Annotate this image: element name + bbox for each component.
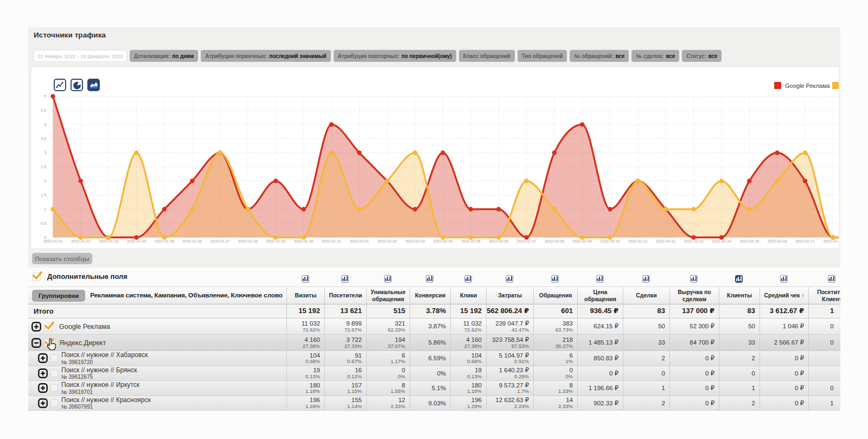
table-row-0[interactable]: Google Реклама11 03272.62%9 89972.67%321…	[28, 319, 840, 335]
column-chart-icon-0[interactable]	[302, 275, 309, 283]
legend-item-0[interactable]: Google Реклама	[774, 82, 830, 89]
date-range-input[interactable]: 21 января, 2022 - 19 февраля, 2022	[34, 50, 127, 62]
svg-text:2022-02-12: 2022-02-12	[656, 239, 675, 243]
table-row-3[interactable]: Поиск // нужное // Брянск№ 39612675190.1…	[28, 366, 840, 381]
expand-button[interactable]	[38, 353, 48, 363]
groupings-value: Рекламная система, Кампания, Объявление,…	[90, 291, 283, 299]
column-chart-icon-1[interactable]	[341, 275, 349, 283]
additional-fields-toggle[interactable]: Дополнительные поля	[33, 272, 127, 281]
show-columns-button[interactable]: Показать столбцы	[32, 253, 92, 264]
expand-button[interactable]	[38, 383, 48, 393]
cell-r0-c9: 52 300 ₽	[669, 319, 719, 334]
column-header-9[interactable]: Выручка посделкам	[669, 287, 719, 304]
filter-pill-4[interactable]: Тип обращений	[518, 50, 567, 62]
table-row-4[interactable]: Поиск // нужное // Иркутск№ 396197011801…	[28, 381, 840, 396]
cell-r3-c6: 00%	[533, 366, 577, 381]
column-header-6[interactable]: Обращения	[533, 287, 577, 304]
cell-value: 6.59%	[428, 355, 446, 361]
cell-r5-c1: 1551.14%	[324, 396, 366, 411]
cell-value: 239 047.7 ₽	[495, 320, 529, 327]
column-header-7[interactable]: Ценаобращения	[577, 287, 623, 304]
cell-percent: 1.18%	[467, 389, 482, 394]
column-header-8[interactable]: Сделки	[623, 287, 669, 304]
column-header-5[interactable]: Затраты	[486, 287, 533, 304]
column-chart-icon-2[interactable]	[384, 275, 392, 283]
collapse-button[interactable]	[31, 322, 41, 332]
cell-percent: 27.38%	[464, 343, 482, 349]
legend-item-1[interactable]: Яндекс.Директ	[832, 82, 839, 89]
column-header-1[interactable]: Посетители	[324, 287, 366, 304]
column-chart-icon-7[interactable]	[596, 275, 604, 283]
cell-value: 321	[395, 320, 405, 327]
column-chart-icon-8[interactable]	[642, 275, 650, 283]
column-chart-icon-10[interactable]	[735, 275, 743, 283]
row-title: Яндекс.Директ	[59, 339, 106, 347]
row-checkbox[interactable]	[44, 322, 53, 330]
additional-fields-checkbox[interactable]	[33, 272, 41, 281]
column-header-0[interactable]: Визиты	[286, 287, 324, 304]
cell-value: 196	[471, 397, 482, 403]
filter-pill-label: Класс обращений	[463, 53, 510, 59]
cell-value: 11 032	[302, 320, 320, 327]
cell-value: 0 ₽	[795, 385, 804, 391]
column-header-label: Выручка по	[678, 289, 711, 296]
cell-value: 3.87%	[428, 323, 446, 329]
row-name-cell: Поиск // нужное // Красноярск№ 39607991	[28, 396, 286, 411]
cell-r1-c2: 19437.67%	[366, 335, 410, 351]
row-checkbox[interactable]	[50, 354, 58, 362]
cell-r0-c4: 11 03272.62%	[450, 319, 486, 334]
table-row-1[interactable]: Яндекс.Директ4 16027.38%3 72227.33%19437…	[28, 335, 840, 351]
filter-pill-label: № обращений:	[574, 53, 613, 59]
legend-swatch-icon	[832, 82, 839, 89]
cell-percent: 0.12%	[347, 374, 362, 379]
expand-button[interactable]	[38, 368, 48, 378]
column-chart-icon-11[interactable]	[780, 275, 788, 283]
column-header-11[interactable]: Средний чек ↑	[760, 287, 808, 304]
filter-pill-6[interactable]: № сделок:все	[631, 50, 679, 62]
column-header-2[interactable]: Уникальныеобращения	[366, 287, 410, 304]
row-checkbox[interactable]	[50, 399, 58, 407]
cell-value: 601	[561, 307, 573, 315]
column-chart-icon-3[interactable]	[426, 275, 433, 283]
cell-r1-c8: 33	[623, 335, 669, 351]
column-chart-icon-6[interactable]	[551, 275, 559, 283]
row-number: № 39612675	[61, 374, 137, 380]
cell-value: 4 160	[466, 336, 482, 343]
cell-value: 0	[830, 323, 833, 329]
filter-pill-0[interactable]: Детализация:по дням	[130, 50, 198, 62]
cell-value: 1	[752, 385, 755, 391]
cell-percent: 1%	[565, 359, 573, 364]
row-checkbox[interactable]	[50, 384, 58, 392]
table-header-groupings: Группировки Рекламная система, Кампания,…	[28, 287, 286, 304]
column-chart-icon-9[interactable]	[690, 275, 698, 283]
cell-value: 33	[748, 339, 755, 346]
column-chart-icon-4[interactable]	[464, 275, 472, 283]
table-row-5[interactable]: Поиск // нужное // Красноярск№ 396079911…	[28, 396, 840, 411]
row-number: № 39607991	[61, 404, 151, 410]
row-checkbox[interactable]	[50, 370, 58, 377]
filter-pill-5[interactable]: № обращений:все	[570, 50, 629, 62]
filter-pill-label: № сделок:	[636, 53, 663, 59]
cell-rtotal-c9: 137 000 ₽	[669, 304, 719, 318]
filter-pill-3[interactable]: Класс обращений	[459, 50, 515, 62]
cell-percent: 1.18%	[305, 389, 320, 394]
column-header-12[interactable]: ПосетителКлиент	[808, 287, 840, 304]
expand-button[interactable]	[38, 398, 48, 408]
filter-pill-2[interactable]: Атрибуция повторных:по первичной(ому)	[334, 50, 456, 62]
filters-bar: 21 января, 2022 - 19 февраля, 2022 Детал…	[34, 50, 722, 62]
filter-pill-7[interactable]: Статус:все	[682, 50, 722, 62]
traffic-sources-card: Источники трафика 21 января, 2022 - 19 ф…	[28, 27, 840, 411]
cell-percent: 1.14%	[347, 404, 362, 409]
column-header-10[interactable]: Клиенты	[719, 287, 760, 304]
column-header-4[interactable]: Клики	[450, 287, 486, 304]
table-row-2[interactable]: Поиск // нужное // Хабаровск№ 3961972010…	[28, 351, 840, 366]
column-chart-icon-5[interactable]	[506, 275, 513, 283]
column-chart-icon-12[interactable]	[828, 275, 835, 283]
svg-text:2022-02-05: 2022-02-05	[461, 239, 481, 243]
groupings-button[interactable]: Группировки	[32, 290, 85, 302]
collapse-button[interactable]	[31, 338, 41, 348]
column-header-3[interactable]: Конверсия	[410, 287, 450, 304]
cell-value: 1	[662, 385, 665, 391]
filter-pill-1[interactable]: Атрибуция первичных:последний значимый	[201, 50, 330, 62]
svg-text:2022-02-13: 2022-02-13	[684, 239, 704, 243]
